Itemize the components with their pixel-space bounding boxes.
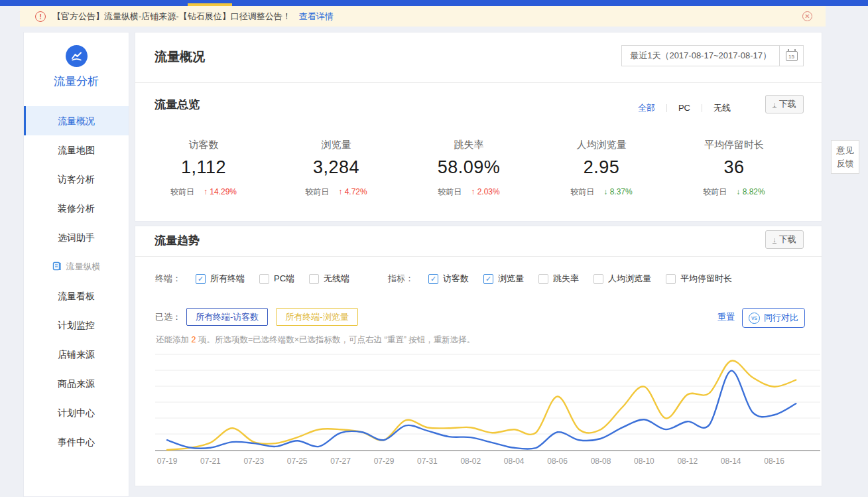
x-axis-label: 08-12 <box>677 457 698 466</box>
x-axis-label: 08-16 <box>764 457 784 466</box>
selection-note: 还能添加 2 项。所选项数=已选终端数×已选指标数，可点右边 “重置” 按钮，重… <box>156 334 475 346</box>
checkbox-label: 无线端 <box>324 273 349 285</box>
download-button-trend[interactable]: ↓ 下载 <box>765 230 804 249</box>
checkbox-unchecked-icon[interactable]: ✓ <box>593 274 603 284</box>
announcement-link[interactable]: 查看详情 <box>299 11 334 23</box>
date-range-picker[interactable]: 最近1天（2017-08-17~2017-08-17） 15 <box>621 45 804 66</box>
checkbox-unchecked-icon[interactable]: ✓ <box>259 274 269 284</box>
change-percent: 8.37% <box>610 187 633 196</box>
sidebar-item-9[interactable]: 商品来源 <box>24 369 129 398</box>
checkbox-label: PC端 <box>274 273 294 285</box>
top-nav-bar <box>0 0 868 6</box>
x-axis-label: 07-27 <box>330 457 351 466</box>
trend-chart: 07-1907-2107-2307-2507-2707-2907-3108-02… <box>155 349 823 472</box>
calendar-button[interactable]: 15 <box>779 46 803 66</box>
selected-row: 已选：所有终端-访客数所有终端-浏览量 <box>155 308 366 326</box>
sidebar-section-traffic-compass[interactable]: 流量纵横 <box>24 252 129 281</box>
reset-link[interactable]: 重置 <box>717 311 735 323</box>
stat-1: 浏览量3,284较前日↑ 4.72% <box>270 139 403 198</box>
checkbox-label: 浏览量 <box>498 273 524 285</box>
metric-option-1[interactable]: ✓浏览量 <box>483 273 524 285</box>
feedback-tab[interactable]: 意见 反馈 <box>831 140 859 174</box>
stat-value: 3,284 <box>270 157 403 178</box>
series-line-0 <box>167 361 796 450</box>
stat-label: 人均浏览量 <box>535 139 668 151</box>
sidebar-item-10[interactable]: 计划中心 <box>24 398 129 427</box>
checkbox-checked-icon[interactable]: ✓ <box>196 274 206 284</box>
metric-option-0[interactable]: ✓访客数 <box>428 273 469 285</box>
scope-tab-2[interactable]: 无线 <box>702 102 742 114</box>
download-button-overview[interactable]: ↓ 下载 <box>765 95 804 113</box>
checkbox-label: 平均停留时长 <box>680 273 732 285</box>
section-title-overview: 流量总览 <box>155 97 200 112</box>
download-label: 下载 <box>779 234 796 246</box>
sidebar-item-0[interactable]: 流量概况 <box>24 106 129 135</box>
compare-label: 较前日 <box>170 187 194 196</box>
stat-label: 跳失率 <box>403 139 535 151</box>
checkbox-unchecked-icon[interactable]: ✓ <box>666 274 676 284</box>
selected-label: 已选： <box>155 311 181 323</box>
terminal-option-2[interactable]: ✓无线端 <box>309 273 349 285</box>
scope-tab-1[interactable]: PC <box>667 103 702 113</box>
change-percent: 14.29% <box>210 187 237 196</box>
announcement-banner: ! 【官方公告】流量纵横-店铺来源-【钻石展位】口径调整公告！ 查看详情 ✕ <box>20 6 826 27</box>
traffic-analysis-logo-icon <box>66 45 88 67</box>
sidebar-item-6[interactable]: 流量看板 <box>24 281 129 311</box>
metric-option-3[interactable]: ✓人均浏览量 <box>593 273 651 285</box>
metric-option-2[interactable]: ✓跳失率 <box>538 273 579 285</box>
up-arrow-icon: ↑ <box>338 187 342 196</box>
checkbox-unchecked-icon[interactable]: ✓ <box>309 274 319 284</box>
checkbox-label: 所有终端 <box>210 273 245 285</box>
series-line-1 <box>167 371 796 449</box>
checkbox-label: 访客数 <box>443 273 469 285</box>
selected-tag-1[interactable]: 所有终端-浏览量 <box>276 308 357 326</box>
x-axis-label: 07-25 <box>287 457 308 466</box>
trend-chart-svg: 07-1907-2107-2307-2507-2707-2907-3108-02… <box>155 349 823 472</box>
compare-label: 较前日 <box>570 187 594 196</box>
down-arrow-icon: ↓ <box>603 187 607 196</box>
sidebar-item-1[interactable]: 流量地图 <box>24 135 129 165</box>
x-axis-label: 08-10 <box>634 457 654 466</box>
scope-tabs: 全部PC无线 <box>627 99 742 117</box>
x-axis-label: 07-23 <box>243 457 264 466</box>
up-arrow-icon: ↑ <box>204 187 208 196</box>
terminal-group-label: 终端： <box>155 273 181 285</box>
checkbox-unchecked-icon[interactable]: ✓ <box>538 274 548 284</box>
sidebar-item-11[interactable]: 事件中心 <box>24 427 129 457</box>
calendar-icon: 15 <box>786 51 798 61</box>
date-range-text: 最近1天（2017-08-17~2017-08-17） <box>622 46 779 66</box>
announcement-text: 【官方公告】流量纵横-店铺来源-【钻石展位】口径调整公告！ <box>52 11 291 23</box>
page-title: 流量概况 <box>155 48 205 66</box>
stat-value: 2.95 <box>535 157 668 178</box>
x-axis-label: 08-04 <box>504 457 525 466</box>
book-icon <box>52 261 62 273</box>
checkbox-checked-icon[interactable]: ✓ <box>428 274 438 284</box>
close-icon[interactable]: ✕ <box>802 11 812 21</box>
compare-label: 较前日 <box>305 187 329 196</box>
x-axis-label: 08-14 <box>721 457 741 466</box>
sidebar-item-7[interactable]: 计划监控 <box>24 311 129 340</box>
checkbox-label: 人均浏览量 <box>608 273 651 285</box>
checkbox-checked-icon[interactable]: ✓ <box>483 274 493 284</box>
compare-label: 较前日 <box>703 187 727 196</box>
traffic-overview-card: 流量概况 最近1天（2017-08-17~2017-08-17） 15 流量总览… <box>135 32 822 222</box>
terminal-option-1[interactable]: ✓PC端 <box>259 273 294 285</box>
sidebar-section-label: 流量纵横 <box>66 261 101 273</box>
stat-label: 浏览量 <box>270 139 403 151</box>
peer-compare-button[interactable]: vs 同行对比 <box>742 308 805 328</box>
selected-tag-0[interactable]: 所有终端-访客数 <box>186 308 268 326</box>
stat-label: 访客数 <box>137 139 270 151</box>
change-percent: 4.72% <box>345 187 367 196</box>
metric-option-4[interactable]: ✓平均停留时长 <box>666 273 732 285</box>
change-percent: 8.82% <box>743 187 765 196</box>
scope-tab-0[interactable]: 全部 <box>627 102 666 114</box>
sidebar-item-4[interactable]: 选词助手 <box>24 223 129 252</box>
sidebar-item-2[interactable]: 访客分析 <box>24 165 129 194</box>
feedback-label-line2: 反馈 <box>832 157 859 171</box>
sidebar-item-3[interactable]: 装修分析 <box>24 194 129 223</box>
sidebar-item-8[interactable]: 店铺来源 <box>24 340 129 369</box>
vs-icon: vs <box>749 313 760 324</box>
stat-value: 58.09% <box>403 157 535 178</box>
terminal-option-0[interactable]: ✓所有终端 <box>196 273 245 285</box>
stat-value: 1,112 <box>137 157 270 178</box>
